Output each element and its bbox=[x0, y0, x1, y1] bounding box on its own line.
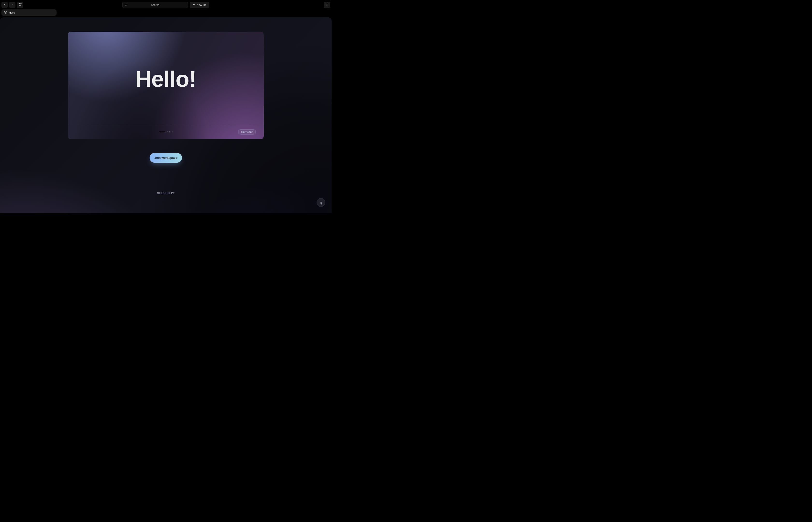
svg-point-4 bbox=[327, 4, 327, 5]
page-content: Hello! NEXT STEP Join workspace NEED HEL… bbox=[0, 17, 331, 213]
need-help-link[interactable]: NEED HELP? bbox=[157, 192, 175, 195]
join-workspace-label: Join workspace bbox=[155, 156, 177, 160]
join-workspace-button[interactable]: Join workspace bbox=[149, 153, 182, 163]
plus-icon bbox=[192, 3, 195, 6]
next-step-label: NEXT STEP bbox=[241, 131, 253, 133]
tab-label: Hello bbox=[9, 11, 15, 14]
tab-hello[interactable]: Hello bbox=[1, 9, 57, 16]
help-fab-glyph: q bbox=[320, 200, 322, 205]
onboarding-title: Hello! bbox=[68, 68, 264, 91]
onboarding-card: Hello! NEXT STEP bbox=[68, 32, 264, 139]
tab-strip: Hello bbox=[0, 9, 331, 16]
help-fab[interactable]: q bbox=[317, 198, 325, 207]
back-button[interactable] bbox=[1, 2, 8, 8]
chevron-right-icon bbox=[11, 3, 14, 7]
new-tab-label: New tab bbox=[197, 3, 206, 6]
step-dot-2[interactable] bbox=[167, 132, 168, 133]
onboarding-footer: NEXT STEP bbox=[68, 125, 264, 139]
forward-button[interactable] bbox=[9, 2, 16, 8]
address-bar-placeholder: Search bbox=[151, 3, 159, 6]
address-bar-group: Search New tab bbox=[122, 2, 209, 8]
cube-icon bbox=[4, 11, 7, 15]
chevron-left-icon bbox=[3, 3, 6, 7]
next-step-button[interactable]: NEXT STEP bbox=[238, 129, 256, 135]
svg-point-3 bbox=[327, 3, 327, 3]
svg-marker-0 bbox=[125, 3, 127, 5]
reload-button[interactable] bbox=[17, 2, 23, 8]
nav-buttons bbox=[1, 2, 23, 8]
address-bar[interactable]: Search bbox=[122, 2, 188, 8]
browser-top-chrome: Search New tab bbox=[0, 0, 331, 9]
step-dot-4[interactable] bbox=[171, 132, 172, 133]
step-dot-3[interactable] bbox=[169, 132, 170, 133]
reload-icon bbox=[19, 3, 22, 7]
star-icon[interactable] bbox=[124, 3, 128, 6]
step-indicator bbox=[159, 132, 172, 133]
overflow-menu-button[interactable] bbox=[324, 2, 330, 8]
step-dot-1[interactable] bbox=[159, 132, 165, 132]
new-tab-button[interactable]: New tab bbox=[190, 2, 209, 8]
kebab-icon bbox=[326, 3, 327, 7]
svg-point-5 bbox=[327, 5, 327, 6]
need-help-label: NEED HELP? bbox=[157, 192, 175, 195]
